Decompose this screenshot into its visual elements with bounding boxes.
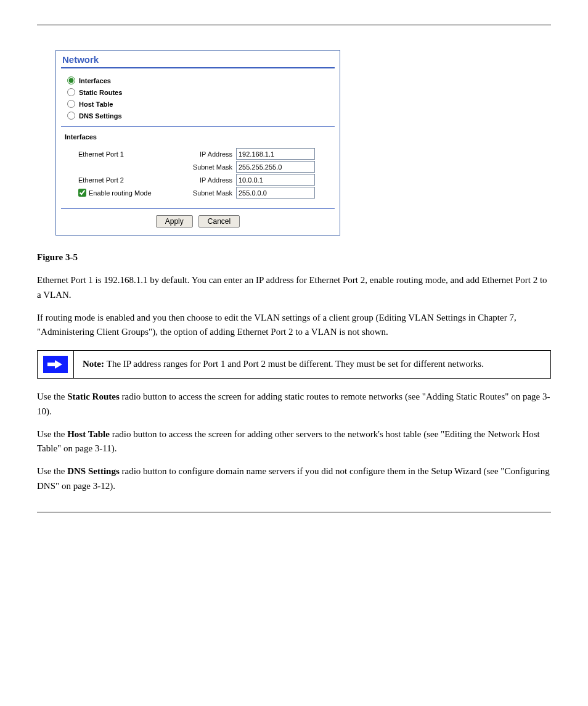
port2-mask-input[interactable]: [236, 187, 315, 199]
port2-mask-label: Subnet Mask: [183, 189, 236, 197]
apply-button[interactable]: Apply: [156, 215, 193, 228]
interfaces-section-title: Interfaces: [56, 127, 340, 144]
port2-label: Ethernet Port 2: [78, 176, 183, 184]
radio-interfaces[interactable]: [67, 76, 75, 84]
routing-mode-row[interactable]: Enable routing Mode: [78, 189, 183, 197]
port1-mask-label: Subnet Mask: [183, 163, 236, 171]
radio-interfaces-label: Interfaces: [79, 77, 111, 84]
port2-ip-label: IP Address: [183, 176, 236, 184]
radio-row-interfaces[interactable]: Interfaces: [67, 75, 332, 86]
port1-ip-row: Ethernet Port 1 IP Address: [78, 148, 332, 160]
panel-button-bar: Apply Cancel: [56, 209, 340, 235]
port2-ip-input[interactable]: [236, 174, 315, 186]
network-radio-group: Interfaces Static Routes Host Table DNS …: [56, 68, 340, 126]
port1-mask-row: Subnet Mask: [78, 161, 332, 173]
radio-row-dns-settings[interactable]: DNS Settings: [67, 110, 332, 121]
radio-dns-settings[interactable]: [67, 112, 75, 120]
cancel-button[interactable]: Cancel: [198, 215, 240, 228]
radio-row-host-table[interactable]: Host Table: [67, 98, 332, 110]
port2-mask-row: Enable routing Mode Subnet Mask: [78, 187, 332, 199]
port1-ip-label: IP Address: [183, 150, 236, 158]
panel-title: Network: [56, 51, 340, 67]
radio-host-table-label: Host Table: [79, 101, 113, 108]
paragraph-5: Use the DNS Settings radio button to con…: [37, 464, 551, 493]
svg-marker-0: [47, 360, 62, 369]
paragraph-1: Ethernet Port 1 is 192.168.1.1 by defaul…: [37, 273, 551, 302]
port1-mask-input[interactable]: [236, 161, 315, 173]
radio-dns-settings-label: DNS Settings: [79, 112, 122, 120]
routing-mode-label: Enable routing Mode: [89, 189, 152, 197]
paragraph-3: Use the Static Routes radio button to ac…: [37, 390, 551, 419]
note-icon-cell: [38, 351, 74, 378]
note-text: Note: The IP address ranges for Port 1 a…: [74, 351, 550, 378]
paragraph-2: If routing mode is enabled and you then …: [37, 311, 551, 340]
interfaces-form: Ethernet Port 1 IP Address Subnet Mask E…: [56, 144, 340, 208]
radio-row-static-routes[interactable]: Static Routes: [67, 86, 332, 98]
radio-host-table[interactable]: [67, 100, 75, 108]
figure-caption: Figure 3-5: [37, 250, 551, 265]
port2-ip-row: Ethernet Port 2 IP Address: [78, 174, 332, 186]
page-bottom-rule: [37, 512, 551, 512]
page-top-rule: [37, 25, 551, 25]
radio-static-routes[interactable]: [67, 88, 75, 96]
radio-static-routes-label: Static Routes: [79, 89, 122, 96]
port1-ip-input[interactable]: [236, 148, 315, 160]
arrow-right-icon: [43, 356, 68, 373]
network-panel: Network Interfaces Static Routes Host Ta…: [55, 50, 340, 236]
note-box: Note: The IP address ranges for Port 1 a…: [37, 350, 551, 379]
port1-label: Ethernet Port 1: [78, 150, 183, 158]
routing-mode-checkbox[interactable]: [78, 189, 86, 197]
paragraph-4: Use the Host Table radio button to acces…: [37, 427, 551, 456]
document-body: Figure 3-5 Ethernet Port 1 is 192.168.1.…: [37, 250, 551, 493]
